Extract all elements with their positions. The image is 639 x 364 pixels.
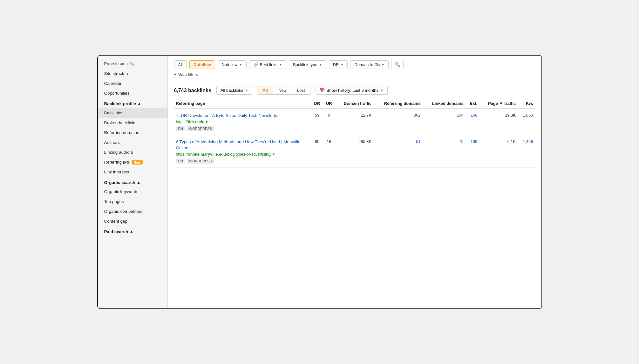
cell-kw[interactable]: 1,053 [518,109,535,135]
table-row: TLDR Newsletter - A Byte Sized Daily Tec… [174,109,535,135]
paid-search-header: Paid search ▲ [98,226,167,236]
dr-arrow: ▼ [340,63,343,66]
col-header-domain-traffic[interactable]: Domain traffic [335,98,373,109]
row-tag: WORDPRESS [187,126,214,131]
cell-dr: 80 [311,135,323,167]
cell-page-traffic: 2.1K [479,135,518,167]
col-header-ext[interactable]: Ext. [466,98,479,109]
filter-nofollow-btn[interactable]: Nofollow ▼ [218,60,247,69]
col-header-dr[interactable]: DR [311,98,323,109]
dr-btn[interactable]: DR ▼ [329,60,348,69]
col-header-kw[interactable]: Kw. [518,98,535,109]
row-url[interactable]: https://online.maryville.edu/blog/types-… [176,152,309,157]
sidebar-item-referring-ips[interactable]: Referring IPs New [98,157,167,167]
app-container: Page inspect 🔍 Site structure Calendar O… [97,55,542,309]
row-tag: WORDPRESS [187,158,214,164]
search-icon: 🔍 [130,62,135,66]
sidebar-item-linking-authors[interactable]: Linking authors [98,147,167,157]
calendar-icon: 📅 [320,88,325,93]
main-content: All Dofollow Nofollow ▼ 🔗 Best links ▼ B… [168,56,541,308]
all-backlinks-dropdown[interactable]: All backlinks ▼ [216,86,252,95]
sidebar-item-backlinks[interactable]: Backlinks [98,108,167,118]
table-area: 6,743 backlinks All backlinks ▼ All New … [168,81,541,308]
cell-page-traffic: 19.3K [479,109,518,135]
table-header-row: Referring page DR UR Domain traffic Refe [174,98,535,109]
filter-bar: All Dofollow Nofollow ▼ 🔗 Best links ▼ B… [168,56,541,81]
backlink-type-arrow: ▼ [319,63,322,66]
cell-dr: 59 [311,109,323,135]
search-button[interactable]: 🔍 [391,60,404,69]
all-backlinks-arrow: ▼ [245,89,248,92]
row-tag: EN [176,126,185,131]
row-tag: EN [176,158,185,164]
cell-ext[interactable]: 168 [466,109,479,135]
row-title-link[interactable]: 6 Types of Advertising Methods and How T… [176,139,309,151]
backlinks-table: Referring page DR UR Domain traffic Refe [174,98,535,168]
col-header-referring-domains[interactable]: Referring domains [373,98,422,109]
cell-domain-traffic: 285.3K [335,135,373,167]
new-badge: New [132,160,143,165]
sidebar-item-organic-keywords[interactable]: Organic keywords [98,187,167,197]
seg-new-btn[interactable]: New [273,86,292,94]
filter-all-btn[interactable]: All [174,60,187,69]
backlink-profile-header: Backlink profile ▲ [98,98,167,108]
history-arrow: ▼ [380,89,384,92]
link-icon: 🔗 [253,62,258,67]
col-header-referring-page: Referring page [174,98,311,109]
cell-ur: 0 [323,109,335,135]
best-links-arrow: ▼ [279,63,282,66]
sidebar-item-opportunities[interactable]: Opportunities [98,88,167,98]
row-title-link[interactable]: TLDR Newsletter - A Byte Sized Daily Tec… [176,113,309,119]
cell-ur: 16 [323,135,335,167]
nofollow-dropdown-arrow: ▼ [239,63,242,66]
opportunities-label: Opportunities [104,91,130,96]
organic-search-header: Organic search ▲ [98,177,167,187]
summary-row: 6,743 backlinks All backlinks ▼ All New … [174,81,535,98]
calendar-label: Calendar [104,81,122,86]
sidebar-item-broken-backlinks[interactable]: Broken backlinks [98,118,167,128]
row-url[interactable]: https://tldr.tech/ ▾ [176,119,309,124]
seg-lost-btn[interactable]: Lost [292,86,310,94]
sidebar-item-top-pages[interactable]: Top pages [98,197,167,206]
cell-kw[interactable]: 1,466 [518,135,535,167]
search-icon: 🔍 [395,62,400,67]
filter-dofollow-btn[interactable]: Dofollow [189,60,215,69]
more-filters-btn[interactable]: + More filters [174,71,198,78]
cell-domain-traffic: 22.7K [335,109,373,135]
segment-control: All New Lost [257,86,310,95]
sidebar-item-page-inspect[interactable]: Page inspect 🔍 [98,59,167,69]
backlink-count: 6,743 backlinks [174,88,211,93]
cell-ext[interactable]: 109 [466,135,479,167]
col-header-ur[interactable]: UR [323,98,335,109]
col-header-linked-domains[interactable]: Linked domains [423,98,466,109]
cell-referring-domains[interactable]: 51 [373,135,422,167]
cell-referring-domains[interactable]: 862 [373,109,422,135]
table-row: 6 Types of Advertising Methods and How T… [174,135,535,167]
sidebar-item-site-structure[interactable]: Site structure [98,69,167,78]
sidebar-item-anchors[interactable]: Anchors [98,138,167,147]
history-btn[interactable]: 📅 Show history: Last 6 months ▼ [316,86,388,95]
seg-all-btn[interactable]: All [257,86,273,94]
col-header-page-traffic[interactable]: Page ▼ traffic [479,98,518,109]
backlink-type-btn[interactable]: Backlink type ▼ [289,60,326,69]
sidebar: Page inspect 🔍 Site structure Calendar O… [98,56,168,308]
sidebar-item-content-gap[interactable]: Content gap [98,216,167,226]
domain-traffic-arrow: ▼ [381,63,384,66]
site-structure-label: Site structure [104,71,130,76]
sidebar-item-link-intersect[interactable]: Link intersect [98,167,167,177]
sidebar-item-organic-competitors[interactable]: Organic competitors [98,206,167,216]
cell-linked-domains[interactable]: 75 [423,135,466,167]
page-inspect-label: Page inspect [104,61,129,66]
best-links-btn[interactable]: 🔗 Best links ▼ [249,60,287,69]
cell-linked-domains[interactable]: 104 [423,109,466,135]
sidebar-item-calendar[interactable]: Calendar [98,78,167,88]
sidebar-item-referring-domains[interactable]: Referring domains [98,128,167,138]
domain-traffic-btn[interactable]: Domain traffic ▼ [350,60,389,69]
